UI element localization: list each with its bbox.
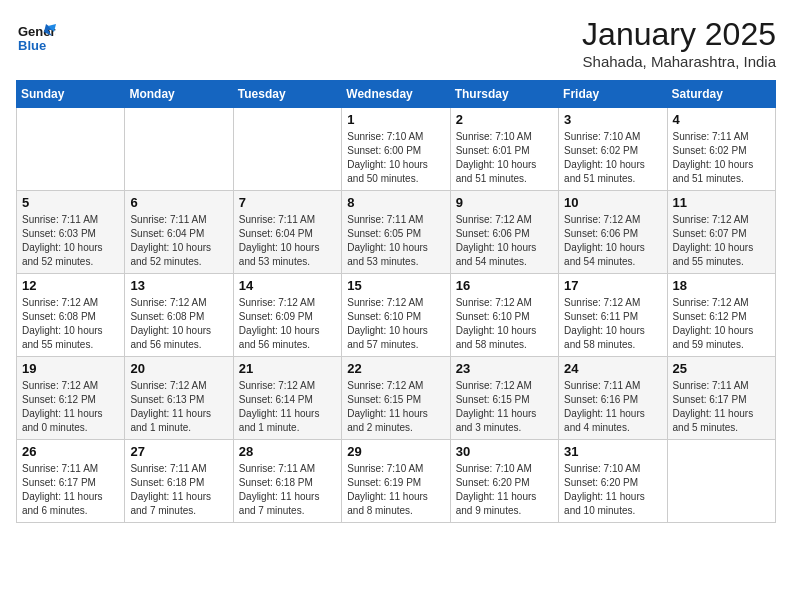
day-number: 18: [673, 278, 770, 293]
day-number: 23: [456, 361, 553, 376]
day-of-week-header: Thursday: [450, 81, 558, 108]
day-info: Sunrise: 7:11 AM Sunset: 6:16 PM Dayligh…: [564, 379, 661, 435]
day-info: Sunrise: 7:12 AM Sunset: 6:10 PM Dayligh…: [456, 296, 553, 352]
day-number: 21: [239, 361, 336, 376]
calendar-day-cell: 18Sunrise: 7:12 AM Sunset: 6:12 PM Dayli…: [667, 274, 775, 357]
day-number: 7: [239, 195, 336, 210]
day-info: Sunrise: 7:12 AM Sunset: 6:08 PM Dayligh…: [130, 296, 227, 352]
day-info: Sunrise: 7:12 AM Sunset: 6:15 PM Dayligh…: [456, 379, 553, 435]
day-info: Sunrise: 7:12 AM Sunset: 6:06 PM Dayligh…: [456, 213, 553, 269]
day-info: Sunrise: 7:12 AM Sunset: 6:13 PM Dayligh…: [130, 379, 227, 435]
day-number: 17: [564, 278, 661, 293]
day-number: 1: [347, 112, 444, 127]
day-info: Sunrise: 7:12 AM Sunset: 6:14 PM Dayligh…: [239, 379, 336, 435]
day-of-week-header: Wednesday: [342, 81, 450, 108]
day-info: Sunrise: 7:12 AM Sunset: 6:07 PM Dayligh…: [673, 213, 770, 269]
calendar-day-cell: 8Sunrise: 7:11 AM Sunset: 6:05 PM Daylig…: [342, 191, 450, 274]
calendar-day-cell: 10Sunrise: 7:12 AM Sunset: 6:06 PM Dayli…: [559, 191, 667, 274]
day-number: 12: [22, 278, 119, 293]
calendar-day-cell: 29Sunrise: 7:10 AM Sunset: 6:19 PM Dayli…: [342, 440, 450, 523]
day-info: Sunrise: 7:11 AM Sunset: 6:05 PM Dayligh…: [347, 213, 444, 269]
day-info: Sunrise: 7:12 AM Sunset: 6:08 PM Dayligh…: [22, 296, 119, 352]
day-info: Sunrise: 7:11 AM Sunset: 6:18 PM Dayligh…: [239, 462, 336, 518]
calendar-day-cell: 14Sunrise: 7:12 AM Sunset: 6:09 PM Dayli…: [233, 274, 341, 357]
month-title: January 2025: [582, 16, 776, 53]
day-number: 15: [347, 278, 444, 293]
calendar-day-cell: 28Sunrise: 7:11 AM Sunset: 6:18 PM Dayli…: [233, 440, 341, 523]
day-info: Sunrise: 7:11 AM Sunset: 6:04 PM Dayligh…: [130, 213, 227, 269]
day-info: Sunrise: 7:12 AM Sunset: 6:12 PM Dayligh…: [673, 296, 770, 352]
day-number: 19: [22, 361, 119, 376]
day-number: 22: [347, 361, 444, 376]
day-number: 31: [564, 444, 661, 459]
calendar-day-cell: [233, 108, 341, 191]
day-info: Sunrise: 7:12 AM Sunset: 6:12 PM Dayligh…: [22, 379, 119, 435]
day-info: Sunrise: 7:12 AM Sunset: 6:09 PM Dayligh…: [239, 296, 336, 352]
day-number: 25: [673, 361, 770, 376]
day-info: Sunrise: 7:11 AM Sunset: 6:04 PM Dayligh…: [239, 213, 336, 269]
calendar-day-cell: 3Sunrise: 7:10 AM Sunset: 6:02 PM Daylig…: [559, 108, 667, 191]
calendar-day-cell: 17Sunrise: 7:12 AM Sunset: 6:11 PM Dayli…: [559, 274, 667, 357]
day-info: Sunrise: 7:10 AM Sunset: 6:01 PM Dayligh…: [456, 130, 553, 186]
calendar-day-cell: 13Sunrise: 7:12 AM Sunset: 6:08 PM Dayli…: [125, 274, 233, 357]
day-info: Sunrise: 7:12 AM Sunset: 6:10 PM Dayligh…: [347, 296, 444, 352]
day-number: 2: [456, 112, 553, 127]
calendar-header-row: SundayMondayTuesdayWednesdayThursdayFrid…: [17, 81, 776, 108]
day-info: Sunrise: 7:11 AM Sunset: 6:02 PM Dayligh…: [673, 130, 770, 186]
day-info: Sunrise: 7:10 AM Sunset: 6:00 PM Dayligh…: [347, 130, 444, 186]
calendar-day-cell: [17, 108, 125, 191]
day-info: Sunrise: 7:11 AM Sunset: 6:18 PM Dayligh…: [130, 462, 227, 518]
day-info: Sunrise: 7:12 AM Sunset: 6:15 PM Dayligh…: [347, 379, 444, 435]
calendar-day-cell: 25Sunrise: 7:11 AM Sunset: 6:17 PM Dayli…: [667, 357, 775, 440]
day-number: 27: [130, 444, 227, 459]
calendar-day-cell: 16Sunrise: 7:12 AM Sunset: 6:10 PM Dayli…: [450, 274, 558, 357]
day-of-week-header: Tuesday: [233, 81, 341, 108]
calendar-day-cell: [667, 440, 775, 523]
calendar-day-cell: 9Sunrise: 7:12 AM Sunset: 6:06 PM Daylig…: [450, 191, 558, 274]
day-info: Sunrise: 7:10 AM Sunset: 6:20 PM Dayligh…: [456, 462, 553, 518]
day-number: 10: [564, 195, 661, 210]
day-of-week-header: Friday: [559, 81, 667, 108]
day-info: Sunrise: 7:10 AM Sunset: 6:02 PM Dayligh…: [564, 130, 661, 186]
calendar-day-cell: 26Sunrise: 7:11 AM Sunset: 6:17 PM Dayli…: [17, 440, 125, 523]
svg-text:Blue: Blue: [18, 38, 46, 53]
calendar-day-cell: 30Sunrise: 7:10 AM Sunset: 6:20 PM Dayli…: [450, 440, 558, 523]
logo: General Blue: [16, 16, 56, 60]
calendar-day-cell: 4Sunrise: 7:11 AM Sunset: 6:02 PM Daylig…: [667, 108, 775, 191]
day-info: Sunrise: 7:11 AM Sunset: 6:17 PM Dayligh…: [673, 379, 770, 435]
day-number: 29: [347, 444, 444, 459]
calendar-day-cell: 24Sunrise: 7:11 AM Sunset: 6:16 PM Dayli…: [559, 357, 667, 440]
day-of-week-header: Saturday: [667, 81, 775, 108]
calendar-day-cell: 20Sunrise: 7:12 AM Sunset: 6:13 PM Dayli…: [125, 357, 233, 440]
title-block: January 2025 Shahada, Maharashtra, India: [582, 16, 776, 70]
calendar-day-cell: 1Sunrise: 7:10 AM Sunset: 6:00 PM Daylig…: [342, 108, 450, 191]
day-number: 14: [239, 278, 336, 293]
calendar-day-cell: 22Sunrise: 7:12 AM Sunset: 6:15 PM Dayli…: [342, 357, 450, 440]
calendar-week-row: 1Sunrise: 7:10 AM Sunset: 6:00 PM Daylig…: [17, 108, 776, 191]
calendar-day-cell: 19Sunrise: 7:12 AM Sunset: 6:12 PM Dayli…: [17, 357, 125, 440]
calendar-day-cell: [125, 108, 233, 191]
calendar-day-cell: 6Sunrise: 7:11 AM Sunset: 6:04 PM Daylig…: [125, 191, 233, 274]
day-number: 28: [239, 444, 336, 459]
page-header: General Blue January 2025 Shahada, Mahar…: [16, 16, 776, 70]
day-number: 4: [673, 112, 770, 127]
day-of-week-header: Monday: [125, 81, 233, 108]
day-info: Sunrise: 7:11 AM Sunset: 6:03 PM Dayligh…: [22, 213, 119, 269]
calendar-day-cell: 23Sunrise: 7:12 AM Sunset: 6:15 PM Dayli…: [450, 357, 558, 440]
calendar-day-cell: 5Sunrise: 7:11 AM Sunset: 6:03 PM Daylig…: [17, 191, 125, 274]
calendar-week-row: 19Sunrise: 7:12 AM Sunset: 6:12 PM Dayli…: [17, 357, 776, 440]
location-subtitle: Shahada, Maharashtra, India: [582, 53, 776, 70]
day-number: 5: [22, 195, 119, 210]
logo-icon: General Blue: [16, 16, 56, 56]
day-number: 20: [130, 361, 227, 376]
calendar-day-cell: 11Sunrise: 7:12 AM Sunset: 6:07 PM Dayli…: [667, 191, 775, 274]
day-number: 26: [22, 444, 119, 459]
day-info: Sunrise: 7:12 AM Sunset: 6:06 PM Dayligh…: [564, 213, 661, 269]
day-number: 9: [456, 195, 553, 210]
day-number: 8: [347, 195, 444, 210]
calendar-day-cell: 2Sunrise: 7:10 AM Sunset: 6:01 PM Daylig…: [450, 108, 558, 191]
day-number: 30: [456, 444, 553, 459]
day-number: 3: [564, 112, 661, 127]
calendar-day-cell: 31Sunrise: 7:10 AM Sunset: 6:20 PM Dayli…: [559, 440, 667, 523]
calendar-week-row: 5Sunrise: 7:11 AM Sunset: 6:03 PM Daylig…: [17, 191, 776, 274]
